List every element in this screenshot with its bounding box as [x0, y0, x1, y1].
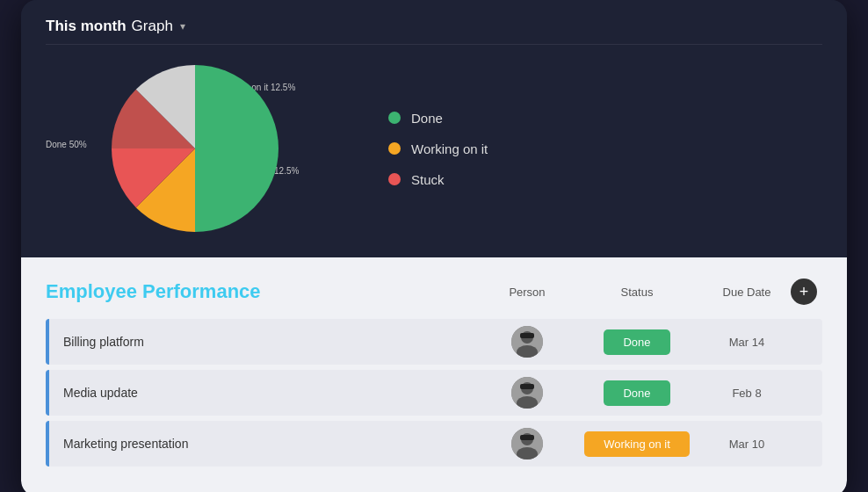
status-badge-done: Done [604, 329, 669, 355]
avatar [511, 326, 543, 358]
row-person-avatar [483, 377, 571, 409]
table-row: Billing platform Done Mar 14 [46, 319, 822, 365]
col-header-duedate: Due Date [703, 286, 791, 299]
svg-rect-3 [520, 333, 534, 338]
legend-item-stuck: Stuck [388, 172, 488, 187]
row-status: Done [571, 380, 703, 406]
table-title: Employee Performance [46, 280, 483, 303]
row-person-avatar [483, 326, 571, 358]
legend-label-working: Working on it [411, 141, 488, 156]
label-done: Done 50% [46, 140, 87, 149]
graph-header: This month Graph ▾ [46, 18, 822, 45]
svg-rect-11 [520, 435, 534, 440]
col-header-status: Status [571, 286, 703, 299]
graph-title-normal: Graph [132, 18, 173, 35]
pie-chart-svg [107, 61, 283, 236]
legend-dot-done [388, 112, 401, 124]
row-task-name: Billing platform [49, 335, 483, 349]
row-status: Done [571, 329, 703, 355]
row-duedate: Mar 14 [703, 336, 791, 349]
svg-rect-7 [520, 384, 534, 389]
legend-label-done: Done [411, 111, 443, 126]
device-frame: This month Graph ▾ Working on it 12.5% S… [21, 0, 847, 492]
add-row-button[interactable]: + [791, 279, 817, 305]
col-add: + [791, 279, 822, 305]
avatar-svg [511, 428, 543, 459]
row-duedate: Feb 8 [703, 387, 791, 400]
legend-dot-stuck [388, 173, 401, 185]
pie-segment-done [195, 65, 278, 232]
chart-legend: Done Working on it Stuck [388, 111, 488, 187]
table-section: Employee Performance Person Status Due D… [21, 257, 847, 492]
legend-dot-working [388, 142, 401, 155]
row-status: Working on it [571, 431, 703, 457]
legend-item-working: Working on it [388, 141, 488, 156]
pie-chart-container: Working on it 12.5% Stuck 12.5% Ready fo… [46, 61, 344, 236]
row-task-name: Marketing presentation [49, 437, 483, 451]
table-row: Marketing presentation Working on it Mar… [46, 421, 822, 467]
table-header-row: Employee Performance Person Status Due D… [46, 279, 822, 305]
status-badge-done: Done [604, 380, 669, 406]
legend-label-stuck: Stuck [411, 172, 445, 187]
legend-item-done: Done [388, 111, 488, 126]
table-row: Media update Done Feb 8 [46, 370, 822, 416]
row-task-name: Media update [49, 386, 483, 400]
graph-title-bold: This month [46, 18, 127, 35]
row-duedate: Mar 10 [703, 438, 791, 451]
avatar [511, 428, 543, 459]
row-person-avatar [483, 428, 571, 459]
avatar-svg [511, 326, 543, 358]
status-badge-working: Working on it [584, 431, 690, 457]
col-header-person: Person [483, 286, 571, 299]
dropdown-icon[interactable]: ▾ [180, 20, 185, 33]
avatar [511, 377, 543, 409]
avatar-svg [511, 377, 543, 409]
graph-section: This month Graph ▾ Working on it 12.5% S… [21, 0, 847, 257]
graph-content: Working on it 12.5% Stuck 12.5% Ready fo… [46, 61, 822, 236]
